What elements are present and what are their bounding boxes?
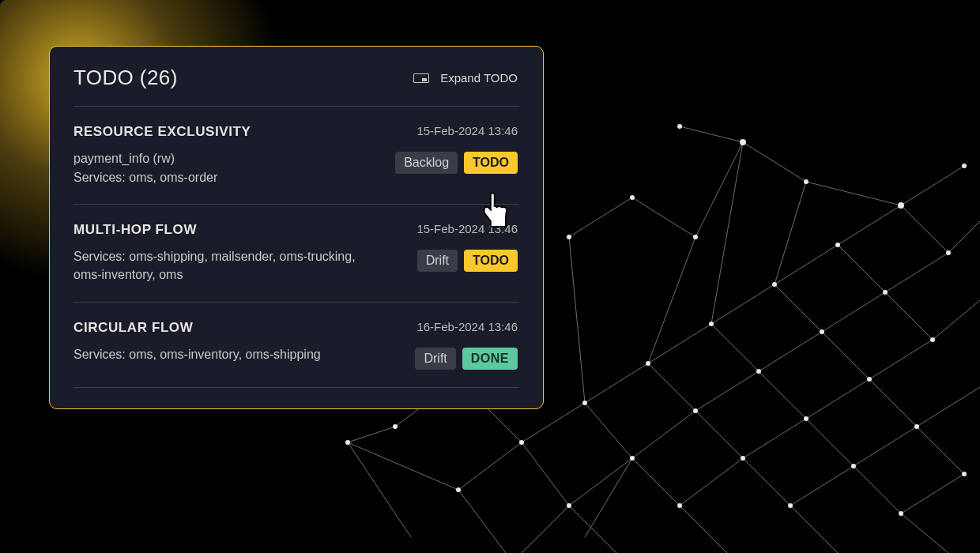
todo-panel: TODO (26) Expand TODO RESOURCE EXCLUSIVI…: [49, 46, 544, 409]
item-name: RESOURCE EXCLUSIVITY: [74, 124, 383, 140]
svg-line-18: [711, 284, 775, 324]
svg-point-65: [519, 440, 524, 445]
svg-line-22: [759, 332, 822, 371]
svg-line-45: [901, 514, 948, 553]
divider: [74, 387, 519, 388]
svg-line-47: [948, 221, 980, 253]
svg-line-3: [458, 490, 506, 553]
status-tag[interactable]: DONE: [462, 348, 518, 370]
expand-label: Expand TODO: [440, 71, 518, 85]
svg-line-35: [854, 466, 901, 514]
svg-line-1: [348, 442, 411, 537]
item-name: CIRCULAR FLOW: [74, 320, 402, 336]
category-tag[interactable]: Drift: [417, 250, 458, 272]
svg-line-50: [695, 142, 743, 237]
svg-line-57: [775, 182, 806, 284]
svg-line-40: [901, 166, 964, 205]
svg-line-46: [933, 300, 980, 340]
svg-line-19: [711, 324, 759, 371]
svg-line-48: [569, 198, 632, 237]
svg-line-61: [522, 506, 569, 553]
svg-line-15: [695, 411, 743, 458]
svg-line-8: [585, 363, 648, 403]
item-details: Services: oms, oms-inventory, oms-shippi…: [74, 345, 402, 363]
svg-line-37: [869, 379, 917, 427]
svg-line-54: [569, 237, 585, 403]
category-tag[interactable]: Backlog: [395, 152, 458, 174]
svg-line-55: [648, 237, 695, 363]
svg-point-63: [345, 440, 350, 445]
svg-point-82: [883, 290, 888, 295]
status-tag[interactable]: TODO: [464, 152, 518, 174]
svg-line-27: [806, 419, 854, 466]
item-timestamp: 16-Feb-2024 13:46: [416, 320, 518, 333]
svg-line-13: [648, 363, 695, 411]
svg-point-91: [630, 195, 635, 200]
item-details: payment_info (rw) Services: oms, oms-ord…: [74, 149, 383, 186]
svg-line-12: [648, 324, 711, 363]
svg-line-62: [585, 458, 632, 537]
svg-line-9: [585, 403, 632, 458]
svg-point-74: [756, 369, 761, 374]
svg-line-24: [775, 245, 838, 284]
item-name: MULTI-HOP FLOW: [74, 222, 404, 238]
svg-point-76: [788, 503, 793, 508]
svg-point-70: [677, 503, 682, 508]
svg-line-38: [885, 253, 948, 292]
svg-point-69: [646, 361, 650, 366]
svg-line-52: [806, 182, 901, 205]
svg-line-43: [917, 427, 964, 474]
svg-point-92: [693, 235, 698, 239]
svg-line-41: [901, 205, 948, 253]
todo-item[interactable]: RESOURCE EXCLUSIVITY payment_info (rw) S…: [50, 107, 543, 204]
svg-point-64: [456, 487, 461, 492]
svg-point-87: [946, 250, 951, 255]
svg-point-93: [740, 139, 746, 145]
svg-point-81: [867, 377, 872, 382]
expand-todo-button[interactable]: Expand TODO: [413, 71, 518, 85]
status-tag[interactable]: TODO: [464, 250, 518, 272]
svg-line-32: [838, 205, 901, 245]
svg-line-53: [680, 126, 743, 142]
svg-line-44: [901, 474, 964, 514]
svg-line-60: [348, 427, 395, 442]
svg-point-84: [899, 511, 903, 516]
svg-line-10: [632, 411, 695, 458]
svg-point-67: [582, 401, 587, 405]
svg-line-39: [885, 292, 933, 340]
svg-point-72: [709, 322, 714, 326]
svg-line-23: [759, 371, 806, 419]
svg-line-30: [822, 292, 885, 332]
svg-line-28: [790, 466, 854, 506]
svg-line-31: [822, 332, 869, 379]
svg-line-16: [680, 458, 743, 506]
svg-line-42: [917, 387, 980, 427]
svg-line-25: [775, 284, 822, 332]
svg-point-97: [393, 424, 398, 429]
item-timestamp: 15-Feb-2024 13:46: [416, 222, 518, 235]
svg-point-89: [962, 472, 967, 476]
item-timestamp: 15-Feb-2024 13:46: [416, 124, 518, 137]
svg-point-94: [804, 179, 808, 184]
svg-line-17: [680, 506, 727, 553]
svg-line-33: [838, 245, 885, 292]
svg-line-51: [743, 142, 806, 182]
svg-point-83: [898, 202, 904, 209]
todo-item[interactable]: MULTI-HOP FLOW Services: oms-shipping, m…: [50, 205, 543, 302]
svg-line-34: [854, 427, 917, 466]
svg-point-78: [820, 329, 824, 334]
svg-line-26: [806, 379, 869, 419]
item-details: Services: oms-shipping, mailsender, oms-…: [74, 247, 404, 284]
svg-line-20: [743, 419, 806, 458]
svg-point-95: [677, 124, 682, 129]
svg-line-49: [632, 198, 695, 237]
svg-line-7: [569, 506, 616, 553]
svg-line-21: [743, 458, 790, 506]
svg-line-2: [458, 442, 522, 490]
category-tag[interactable]: Drift: [415, 348, 455, 370]
panel-title: TODO (26): [74, 66, 178, 90]
svg-point-66: [567, 503, 571, 508]
svg-point-77: [804, 416, 808, 421]
todo-item[interactable]: CIRCULAR FLOW Services: oms, oms-invento…: [50, 303, 543, 387]
svg-point-90: [567, 235, 571, 239]
